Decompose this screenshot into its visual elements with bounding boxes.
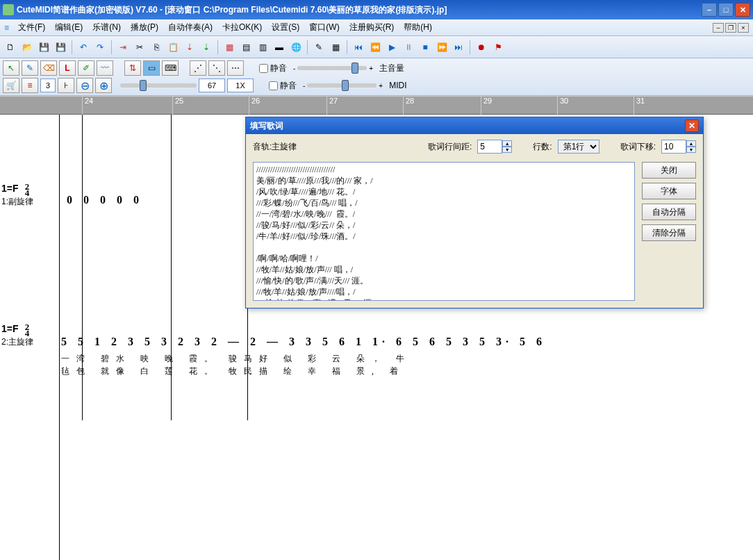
ruler-tick: 25 [172,97,183,115]
wave-tool[interactable]: 〰 [97,60,113,76]
menu-karaoke[interactable]: 卡拉OK(K) [217,22,267,33]
track-number[interactable] [40,79,56,92]
menu-file[interactable]: 文件(F) [13,22,50,33]
track2-header[interactable]: 1=F 24 2:主旋律 [1,323,33,348]
new-button[interactable]: 🗋 [3,40,18,55]
track2-lyrics-row1: 一湾 碧水 映 晚 霞。 骏马好 似 彩 云 朵， 牛 [61,352,411,365]
tool-c[interactable]: ⇣ [199,40,214,55]
lyrics-textarea[interactable]: ////////////////////////////////// 美/丽/的… [253,162,635,301]
play-pause[interactable]: ⏸ [401,40,416,55]
zoomin-button[interactable]: ⊕ [95,78,112,93]
pen2-tool[interactable]: ✐ [78,60,94,76]
close-button[interactable]: ✕ [735,3,750,17]
play-stop[interactable]: ■ [417,40,433,55]
ruler-tick: 29 [481,97,492,115]
play-play[interactable]: ▶ [384,40,399,55]
paste-button[interactable]: 📋 [165,40,181,55]
tempo-value[interactable] [199,79,225,92]
barline-tool[interactable]: ⊦ [58,78,74,93]
dots1-tool[interactable]: ⋰ [190,60,206,76]
zoomout-button[interactable]: ⊖ [76,78,93,93]
view-d[interactable]: ▬ [272,40,287,55]
track-label: 音轨:主旋律 [253,141,297,153]
dots2-tool[interactable]: ⋱ [208,60,225,76]
dialog-close-button[interactable]: ✕ [685,120,699,132]
menu-settings[interactable]: 设置(S) [267,22,304,33]
copy-button[interactable]: ⎘ [149,40,164,55]
track1-header[interactable]: 1=F 24 1:副旋律 [1,183,33,208]
view-a[interactable]: ▦ [222,40,237,55]
menu-register[interactable]: 注册购买(R) [345,22,399,33]
menu-play[interactable]: 播放(P) [126,22,163,33]
menu-icon: ≡ [4,23,9,33]
lyrics-dialog: 填写歌词 ✕ 音轨:主旋律 歌词行间距: ▲▼ 行数: 第1行 歌词下移: ▲▼… [245,117,704,308]
mute2-checkbox[interactable]: 静音 [269,80,297,92]
globe-button[interactable]: 🌐 [288,40,304,55]
window-titlebar: CuteMIDI简谱作曲家(加密锁版) V7.60 - [滚动窗口 C:\Pro… [0,0,753,19]
menu-window[interactable]: 窗口(W) [304,22,344,33]
play-last[interactable]: ⏭ [451,40,466,55]
mdi-restore[interactable]: ❐ [725,23,736,33]
rows-label: 行数: [533,141,552,153]
speed-value[interactable] [227,79,254,92]
save-button[interactable]: 💾 [36,40,51,55]
play-first[interactable]: ⏮ [351,40,366,55]
ruler-tick: 27 [326,97,338,115]
maximize-button[interactable]: □ [718,3,734,17]
record-button[interactable]: ⏺ [474,40,489,55]
redo-button[interactable]: ↷ [92,40,108,55]
rows-select[interactable]: 第1行 [558,140,599,154]
play-ff[interactable]: ⏩ [434,40,449,55]
dialog-autosplit-btn[interactable]: 自动分隔 [642,204,696,220]
sort-tool[interactable]: ⇅ [124,60,141,76]
eraser-tool[interactable]: ⌫ [40,60,57,76]
window-tool[interactable]: ▭ [143,60,160,76]
dots3-tool[interactable]: ⋯ [227,60,244,76]
cart-tool[interactable]: 🛒 [3,78,19,93]
master-vol-label: 主音量 [379,63,404,74]
lyric-tool[interactable]: L [59,60,76,76]
master-vol-slider[interactable] [297,66,367,70]
pencil-tool[interactable]: ✎ [22,60,38,76]
config-button[interactable]: ▦ [328,40,343,55]
keyboard-tool[interactable]: ⌨ [162,60,179,76]
view-b[interactable]: ▤ [238,40,254,55]
menu-score[interactable]: 乐谱(N) [88,22,126,33]
saveas-button[interactable]: 💾 [53,40,68,55]
dialog-clearsplit-btn[interactable]: 清除分隔 [642,224,696,241]
tempo-slider[interactable] [120,83,197,88]
edit-tool[interactable]: ✎ [311,40,326,55]
offset-input[interactable] [661,140,686,154]
midi-vol-slider[interactable] [307,83,376,88]
timeline-ruler[interactable]: 24 25 26 27 28 29 30 31 [0,97,753,115]
mute1-checkbox[interactable]: 静音 [259,63,287,74]
ruler-tick: 30 [557,97,568,115]
dialog-close-btn[interactable]: 关闭 [642,162,696,179]
menu-edit[interactable]: 编辑(E) [50,22,88,33]
minimize-button[interactable]: – [702,3,717,17]
menu-accomp[interactable]: 自动伴奏(A) [163,22,217,33]
list-tool[interactable]: ≡ [22,78,38,93]
tool-a[interactable]: ⇥ [115,40,131,55]
menubar: ≡ 文件(F) 编辑(E) 乐谱(N) 播放(P) 自动伴奏(A) 卡拉OK(K… [0,19,753,36]
tool-b[interactable]: ⇣ [182,40,197,55]
menu-help[interactable]: 帮助(H) [399,22,437,33]
mdi-minimize[interactable]: – [713,23,724,33]
dialog-font-btn[interactable]: 字体 [642,183,696,199]
track1-notes: 0 0 0 0 0 [67,194,143,206]
linespace-spinner[interactable]: ▲▼ [477,140,512,154]
view-c[interactable]: ▥ [255,40,270,55]
cut-button[interactable]: ✂ [132,40,147,55]
undo-button[interactable]: ↶ [76,40,91,55]
dialog-title: 填写歌词 [250,120,685,132]
flag-button[interactable]: ⚑ [490,40,506,55]
cursor-tool[interactable]: ↖ [3,60,19,76]
play-rw[interactable]: ⏪ [367,40,383,55]
open-button[interactable]: 📂 [19,40,35,55]
linespace-input[interactable] [477,140,502,154]
track2-lyrics-row2: 毡包 就像 白 莲 花。 牧民描 绘 幸 福 景, 着 [61,365,405,377]
offset-spinner[interactable]: ▲▼ [661,140,696,154]
mdi-close[interactable]: × [738,23,749,33]
dialog-titlebar[interactable]: 填写歌词 ✕ [246,117,703,134]
offset-label: 歌词下移: [620,141,656,153]
